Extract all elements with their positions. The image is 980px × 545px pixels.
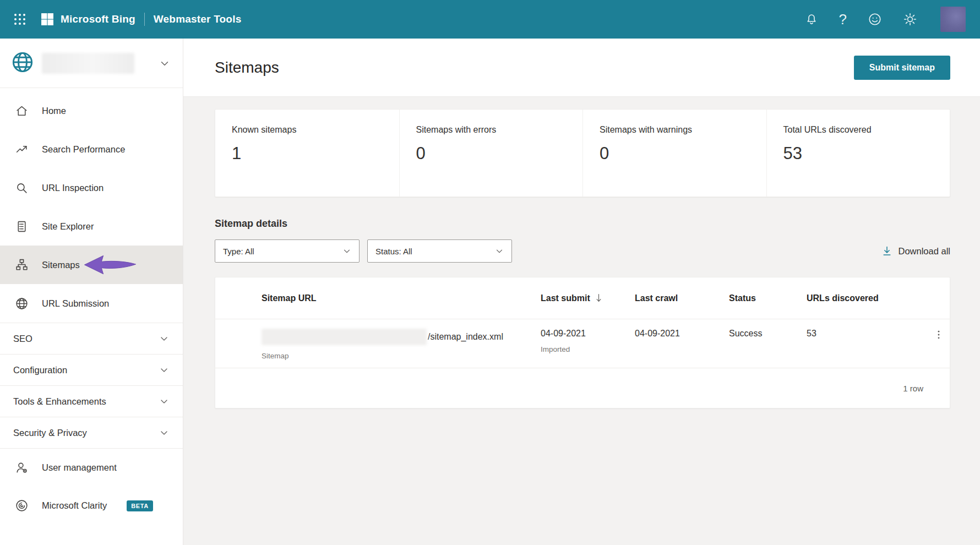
section-heading: Sitemap details [215,218,950,230]
stat-total-urls-discovered: Total URLs discovered 53 [766,110,950,197]
url-redacted [262,329,427,345]
chevron-down-icon [494,246,504,256]
sidebar-group-configuration[interactable]: Configuration [0,354,183,385]
column-urls-discovered[interactable]: URLs discovered [807,293,933,303]
sidebar-item-label: Microsoft Clarity [42,500,107,511]
stat-label: Total URLs discovered [783,125,950,135]
sidebar: Home Search Performance URL Inspection S… [0,39,183,545]
sidebar-group-seo[interactable]: SEO [0,323,183,354]
sidebar-group-label: Tools & Enhancements [13,396,106,407]
sidebar-item-label: Search Performance [42,144,125,155]
sort-descending-icon [595,293,603,303]
sidebar-group-security-privacy[interactable]: Security & Privacy [0,417,183,448]
sidebar-item-microsoft-clarity[interactable]: Microsoft Clarity BETA [0,487,183,525]
filter-bar: Type: All Status: All Download all [215,239,950,263]
download-all-button[interactable]: Download all [881,246,950,257]
beta-badge: BETA [127,500,153,511]
document-icon [14,220,29,233]
sidebar-group-label: Configuration [13,365,67,375]
type-filter-dropdown[interactable]: Type: All [215,239,360,263]
sidebar-item-url-inspection[interactable]: URL Inspection [0,168,183,207]
table-row[interactable]: /sitemap_index.xml Sitemap 04-09-2021 Im… [215,319,950,368]
brand-divider [144,13,145,26]
column-last-submit[interactable]: Last submit [541,293,635,303]
stat-value: 0 [600,144,766,164]
cell-last-crawl: 04-09-2021 [635,329,729,339]
top-app-bar: Microsoft Bing Webmaster Tools ? [0,0,980,39]
page-header: Sitemaps Submit sitemap [183,39,980,97]
chevron-down-icon [159,364,170,375]
status-filter-value: Status: All [375,247,412,256]
annotation-arrow [84,254,137,275]
cell-sitemap-url: /sitemap_index.xml Sitemap [262,329,541,360]
submit-note: Imported [541,345,635,353]
download-all-label: Download all [899,246,950,257]
stat-label: Sitemaps with errors [416,125,583,135]
sidebar-item-home[interactable]: Home [0,91,183,130]
user-avatar[interactable] [940,7,966,32]
submit-sitemap-button[interactable]: Submit sitemap [854,56,950,80]
stat-value: 1 [232,144,399,164]
site-name-redacted [42,53,134,74]
url-path: /sitemap_index.xml [428,332,503,342]
site-globe-icon [11,51,34,76]
page-title: Sitemaps [215,59,279,77]
stat-label: Sitemaps with warnings [600,125,766,135]
main-content: Sitemaps Submit sitemap Known sitemaps 1… [183,39,980,545]
help-icon[interactable]: ? [839,12,847,26]
sidebar-group-label: SEO [13,334,32,344]
column-last-crawl[interactable]: Last crawl [635,293,729,303]
stat-sitemaps-with-errors: Sitemaps with errors 0 [399,110,583,197]
chevron-down-icon [159,333,170,344]
stat-label: Known sitemaps [232,125,399,135]
sidebar-item-user-management[interactable]: User management [0,449,183,487]
row-count: 1 row [903,384,923,393]
cell-last-submit: 04-09-2021 Imported [541,329,635,353]
clarity-icon [14,499,29,513]
notifications-bell-icon[interactable] [805,13,818,26]
sidebar-item-label: Sitemaps [42,260,80,270]
sidebar-group-label: Security & Privacy [13,428,87,438]
microsoft-logo-icon [41,13,54,26]
sidebar-item-sitemaps[interactable]: Sitemaps [0,246,183,284]
cell-status: Success [729,329,807,339]
home-icon [14,104,29,118]
brand-name[interactable]: Microsoft Bing [61,13,135,25]
summary-cards: Known sitemaps 1 Sitemaps with errors 0 … [215,109,950,197]
sidebar-item-site-explorer[interactable]: Site Explorer [0,207,183,246]
cell-urls-discovered: 53 [807,329,933,339]
chevron-down-icon [159,57,171,69]
sidebar-item-url-submission[interactable]: URL Submission [0,284,183,323]
site-selector[interactable] [0,39,183,88]
sidebar-group-tools-enhancements[interactable]: Tools & Enhancements [0,385,183,417]
status-filter-dropdown[interactable]: Status: All [367,239,512,263]
settings-gear-icon[interactable] [903,12,917,26]
sidebar-item-label: URL Inspection [42,183,104,193]
column-status[interactable]: Status [729,293,807,303]
sidebar-item-label: User management [42,462,117,473]
table-footer: 1 row [215,368,950,408]
chevron-down-icon [342,246,352,256]
column-sitemap-url[interactable]: Sitemap URL [262,293,541,303]
magnifier-icon [14,181,29,195]
status-value: Success [729,329,807,339]
row-menu-kebab-icon[interactable] [933,329,944,343]
sidebar-item-search-performance[interactable]: Search Performance [0,130,183,168]
stat-value: 0 [416,144,583,164]
chevron-down-icon [159,396,170,407]
user-icon [14,461,29,475]
chevron-down-icon [159,427,170,438]
stat-value: 53 [783,144,950,164]
download-icon [881,246,892,257]
stat-sitemaps-with-warnings: Sitemaps with warnings 0 [582,110,766,197]
sitemaps-table: Sitemap URL Last submit Last crawl Statu… [215,277,950,408]
sidebar-item-label: Home [42,106,66,116]
sitemap-icon [14,258,29,272]
app-launcher-waffle-icon[interactable] [13,13,26,26]
sidebar-item-label: URL Submission [42,298,109,309]
product-name[interactable]: Webmaster Tools [154,13,242,25]
trending-up-icon [14,143,29,156]
feedback-smiley-icon[interactable] [868,12,882,26]
type-filter-value: Type: All [223,247,254,256]
globe-icon [14,297,29,310]
